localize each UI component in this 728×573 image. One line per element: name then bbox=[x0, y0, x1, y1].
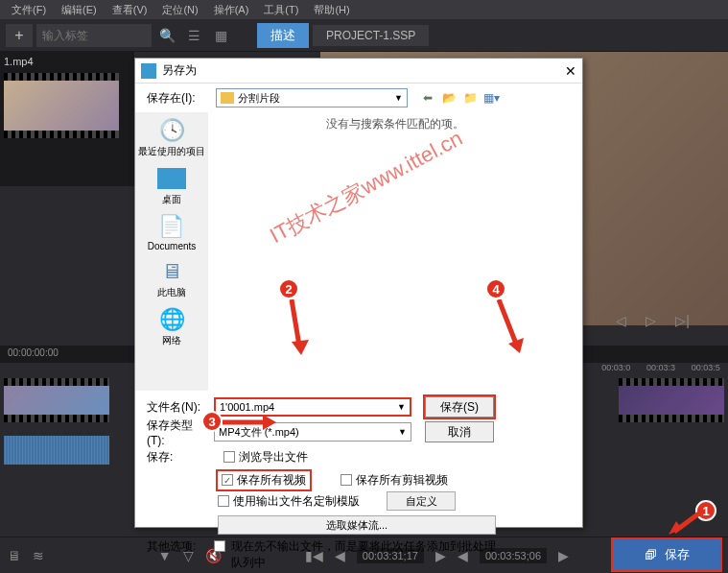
checkbox-batch-label: 现在先不输出文件，而是要将此次任务添加到批处理队列中 bbox=[231, 538, 500, 571]
desktop-icon bbox=[156, 166, 187, 191]
save-button[interactable]: 🗊 保存 bbox=[613, 539, 720, 570]
tab-describe[interactable]: 描述 bbox=[257, 23, 309, 48]
close-icon[interactable]: ✕ bbox=[565, 63, 576, 79]
places-sidebar: 🕓最近使用的项目 桌面 📄Documents 🖥此电脑 🌐网络 bbox=[135, 112, 208, 391]
filetype-select[interactable]: MP4文件 (*.mp4)▼ bbox=[214, 422, 411, 442]
app-icon bbox=[141, 63, 156, 79]
audio-track[interactable] bbox=[4, 436, 109, 465]
sidebar-recent[interactable]: 🕓最近使用的项目 bbox=[138, 118, 205, 158]
menubar: 文件(F) 编辑(E) 查看(V) 定位(N) 操作(A) 工具(T) 帮助(H… bbox=[0, 0, 728, 19]
network-icon: 🌐 bbox=[156, 307, 187, 332]
filetype-label: 保存类型(T): bbox=[147, 418, 208, 447]
dialog-cancel-button[interactable]: 取消 bbox=[425, 421, 494, 442]
menu-help[interactable]: 帮助(H) bbox=[306, 3, 357, 17]
menu-locate[interactable]: 定位(N) bbox=[154, 3, 205, 17]
checkbox-browse-export-label: 浏览导出文件 bbox=[239, 449, 308, 466]
checkbox-batch[interactable] bbox=[214, 540, 225, 552]
filename-input[interactable]: 1'0001.mp4▼ bbox=[214, 397, 411, 417]
new-folder-icon[interactable]: 📁 bbox=[461, 89, 479, 107]
menu-edit[interactable]: 编辑(E) bbox=[54, 3, 105, 17]
sidebar-network[interactable]: 🌐网络 bbox=[156, 307, 187, 347]
dialog-titlebar: 另存为 ✕ bbox=[135, 59, 582, 84]
sidebar-documents[interactable]: 📄Documents bbox=[148, 214, 197, 251]
recent-icon: 🕓 bbox=[156, 118, 187, 143]
sidebar-desktop[interactable]: 桌面 bbox=[156, 166, 187, 206]
track-clip[interactable] bbox=[4, 378, 109, 422]
track-clip[interactable] bbox=[619, 378, 724, 422]
checkbox-output-template[interactable] bbox=[218, 495, 229, 507]
annotation-badge-2: 2 bbox=[278, 278, 299, 299]
toolbar: + 🔍 ☰ ▦ 描述 PROJECT-1.SSP bbox=[0, 19, 728, 52]
dialog-title: 另存为 bbox=[162, 62, 197, 79]
timeline-ruler-right: 00:03:000:03:300:03:5 bbox=[594, 363, 728, 376]
filename-label: 文件名(N): bbox=[147, 399, 208, 416]
next-button[interactable]: ▷| bbox=[675, 313, 690, 328]
chevron-down-icon: ▼ bbox=[398, 427, 407, 437]
annotation-badge-4: 4 bbox=[485, 278, 506, 299]
grid-icon[interactable]: ▦ bbox=[209, 24, 232, 47]
save-icon: 🗊 bbox=[645, 548, 657, 562]
tag-input[interactable] bbox=[36, 24, 152, 47]
save-label: 保存: bbox=[147, 449, 208, 466]
clip-label: 1.mp4 bbox=[0, 52, 134, 71]
add-button[interactable]: + bbox=[6, 24, 33, 47]
sidebar-pc[interactable]: 🖥此电脑 bbox=[156, 259, 187, 299]
search-icon[interactable]: 🔍 bbox=[155, 24, 178, 47]
up-folder-icon[interactable]: 📂 bbox=[440, 89, 458, 107]
clip-thumbnail[interactable] bbox=[4, 73, 119, 138]
save-as-dialog: 另存为 ✕ 保存在(I): 分割片段 ▼ ⬅ 📂 📁 ▦▾ 🕓最近使用的项目 桌… bbox=[134, 58, 583, 528]
checkbox-save-clips[interactable] bbox=[341, 474, 352, 486]
menu-operate[interactable]: 操作(A) bbox=[206, 3, 257, 17]
prev-button[interactable]: ◁ bbox=[616, 313, 626, 328]
folder-icon bbox=[221, 92, 234, 104]
annotation-badge-1: 1 bbox=[695, 500, 716, 521]
checkbox-save-clips-label: 保存所有剪辑视频 bbox=[356, 472, 448, 489]
chevron-down-icon: ▼ bbox=[397, 402, 406, 412]
other-options-label: 其他选项: bbox=[147, 538, 208, 555]
sound-icon[interactable]: ≋ bbox=[33, 548, 44, 563]
back-nav-icon[interactable]: ⬅ bbox=[419, 89, 436, 107]
play-button[interactable]: ▷ bbox=[646, 313, 656, 328]
chevron-down-icon: ▼ bbox=[394, 93, 403, 103]
dialog-save-button[interactable]: 保存(S) bbox=[425, 396, 494, 418]
view-menu-icon[interactable]: ▦▾ bbox=[482, 89, 500, 107]
checkbox-output-template-label: 使用输出文件名定制模版 bbox=[233, 493, 360, 510]
tab-project[interactable]: PROJECT-1.SSP bbox=[313, 25, 429, 46]
checkbox-save-all-video-label: 保存所有视频 bbox=[237, 472, 306, 489]
media-panel: 1.mp4 bbox=[0, 52, 134, 186]
monitor-icon[interactable]: 🖥 bbox=[8, 548, 21, 563]
checkbox-save-all-video[interactable]: ✓ bbox=[222, 474, 233, 486]
list-icon[interactable]: ☰ bbox=[182, 24, 205, 47]
folder-select[interactable]: 分割片段 ▼ bbox=[216, 88, 408, 107]
pc-icon: 🖥 bbox=[156, 259, 187, 284]
save-in-label: 保存在(I): bbox=[147, 90, 208, 107]
annotation-badge-3: 3 bbox=[201, 411, 223, 432]
select-media-button[interactable]: 选取媒体流... bbox=[218, 515, 496, 535]
checkbox-browse-export[interactable] bbox=[223, 451, 235, 463]
documents-icon: 📄 bbox=[156, 214, 187, 239]
menu-view[interactable]: 查看(V) bbox=[105, 3, 155, 17]
menu-file[interactable]: 文件(F) bbox=[4, 3, 54, 17]
menu-tools[interactable]: 工具(T) bbox=[256, 3, 306, 17]
custom-button[interactable]: 自定义 bbox=[387, 491, 456, 511]
